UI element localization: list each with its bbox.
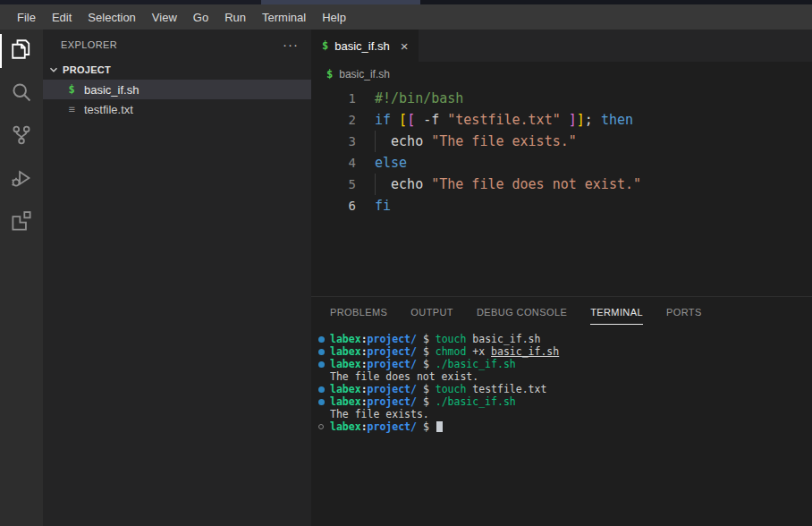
editor-tab-bar: $ basic_if.sh × bbox=[311, 30, 812, 62]
menu-item-edit[interactable]: Edit bbox=[44, 11, 80, 24]
top-edge-strip bbox=[0, 0, 812, 4]
sidebar-title: EXPLORER bbox=[61, 39, 117, 50]
command-marker-icon bbox=[318, 336, 330, 343]
code-text: echo "The file does not exist." bbox=[356, 176, 641, 192]
menu-item-go[interactable]: Go bbox=[185, 11, 216, 24]
close-icon[interactable]: × bbox=[401, 38, 409, 54]
source-control-icon bbox=[11, 124, 32, 149]
code-text: if [[ -f "testfile.txt" ]]; then bbox=[356, 112, 633, 128]
command-marker-icon bbox=[318, 361, 330, 368]
sidebar-header: EXPLORER ··· bbox=[43, 30, 311, 60]
breadcrumb-label: basic_if.sh bbox=[339, 68, 390, 81]
indent-guide bbox=[375, 174, 376, 195]
tab-label: basic_if.sh bbox=[334, 39, 389, 53]
code-line-6: 6fi bbox=[311, 195, 812, 216]
menu-item-run[interactable]: Run bbox=[216, 11, 254, 24]
terminal-line: labex:project/ $ ./basic_if.sh bbox=[318, 358, 812, 370]
breadcrumb[interactable]: $ basic_if.sh bbox=[311, 62, 812, 86]
code-line-4: 4else bbox=[311, 152, 812, 174]
line-number: 4 bbox=[311, 156, 356, 170]
file-item-basic-if-sh[interactable]: $basic_if.sh bbox=[43, 80, 311, 99]
file-list: $basic_if.sh≡testfile.txt bbox=[43, 80, 311, 119]
line-number: 3 bbox=[311, 134, 356, 148]
command-marker-icon bbox=[318, 349, 330, 355]
code-editor[interactable]: 1#!/bin/bash2if [[ -f "testfile.txt" ]];… bbox=[311, 86, 812, 296]
panel-tab-problems[interactable]: PROBLEMS bbox=[330, 307, 387, 325]
terminal[interactable]: labex:project/ $ touch basic_if.shlabex:… bbox=[311, 325, 812, 526]
activity-bar bbox=[0, 30, 43, 526]
activity-item-extensions[interactable] bbox=[0, 201, 43, 244]
menu-bar: FileEditSelectionViewGoRunTerminalHelp bbox=[0, 4, 812, 30]
activity-item-run-and-debug[interactable] bbox=[0, 158, 43, 201]
bottom-panel: PROBLEMSOUTPUTDEBUG CONSOLETERMINALPORTS… bbox=[311, 296, 812, 526]
activity-item-search[interactable] bbox=[0, 72, 43, 115]
line-number: 5 bbox=[311, 177, 356, 191]
file-item-testfile-txt[interactable]: ≡testfile.txt bbox=[43, 99, 311, 119]
files-icon bbox=[11, 38, 32, 64]
code-text: #!/bin/bash bbox=[356, 90, 463, 106]
code-line-5: 5 echo "The file does not exist." bbox=[311, 174, 812, 195]
search-icon bbox=[11, 81, 32, 106]
code-line-3: 3 echo "The file exists." bbox=[311, 131, 812, 152]
chevron-down-icon bbox=[47, 63, 61, 77]
workbench: EXPLORER ··· PROJECT $basic_if.sh≡testfi… bbox=[0, 30, 812, 526]
file-name: testfile.txt bbox=[84, 103, 133, 116]
file-name: basic_if.sh bbox=[84, 83, 139, 97]
menu-item-file[interactable]: File bbox=[9, 11, 44, 24]
code-text: else bbox=[356, 155, 407, 171]
code-line-1: 1#!/bin/bash bbox=[311, 88, 812, 109]
terminal-line: The file exists. bbox=[318, 408, 812, 420]
terminal-line: labex:project/ $ bbox=[318, 420, 812, 433]
top-edge-right bbox=[420, 0, 812, 4]
terminal-line: labex:project/ $ touch testfile.txt bbox=[318, 383, 812, 395]
code-text: fi bbox=[356, 198, 391, 214]
shell-icon: $ bbox=[64, 83, 79, 96]
editor-group: $ basic_if.sh × $ basic_if.sh 1#!/bin/ba… bbox=[311, 30, 812, 526]
activity-item-source-control[interactable] bbox=[0, 115, 43, 158]
menu-item-view[interactable]: View bbox=[144, 11, 185, 24]
menu-item-terminal[interactable]: Terminal bbox=[254, 11, 314, 24]
terminal-line: The file does not exist. bbox=[318, 370, 812, 383]
extensions-icon bbox=[11, 210, 32, 235]
code-line-2: 2if [[ -f "testfile.txt" ]]; then bbox=[311, 109, 812, 131]
top-edge-segment bbox=[261, 0, 420, 4]
indent-guide bbox=[375, 131, 376, 152]
line-number: 1 bbox=[311, 91, 356, 106]
tab-basic-if-sh[interactable]: $ basic_if.sh × bbox=[311, 30, 419, 62]
panel-tab-terminal[interactable]: TERMINAL bbox=[590, 307, 643, 325]
line-number: 2 bbox=[311, 113, 356, 127]
vscode-window: FileEditSelectionViewGoRunTerminalHelp E… bbox=[0, 0, 812, 526]
command-marker-icon bbox=[318, 424, 330, 429]
project-section-header[interactable]: PROJECT bbox=[43, 60, 311, 80]
panel-tab-bar: PROBLEMSOUTPUTDEBUG CONSOLETERMINALPORTS bbox=[311, 297, 812, 325]
activity-item-explorer[interactable] bbox=[0, 30, 43, 72]
terminal-line: labex:project/ $ chmod +x basic_if.sh bbox=[318, 345, 812, 358]
command-marker-icon bbox=[318, 399, 330, 405]
panel-tab-debug-console[interactable]: DEBUG CONSOLE bbox=[477, 307, 567, 325]
line-number: 6 bbox=[311, 199, 356, 213]
shell-file-icon: $ bbox=[322, 39, 328, 52]
text-file-icon: ≡ bbox=[64, 103, 79, 115]
command-marker-icon bbox=[318, 386, 330, 393]
terminal-line: labex:project/ $ ./basic_if.sh bbox=[318, 395, 812, 408]
panel-tab-ports[interactable]: PORTS bbox=[666, 307, 702, 325]
shell-file-icon: $ bbox=[326, 68, 333, 81]
more-actions-icon[interactable]: ··· bbox=[283, 40, 299, 49]
menu-item-help[interactable]: Help bbox=[314, 11, 354, 24]
run-debug-icon bbox=[11, 167, 32, 192]
explorer-sidebar: EXPLORER ··· PROJECT $basic_if.sh≡testfi… bbox=[43, 30, 311, 526]
project-section-label: PROJECT bbox=[63, 64, 111, 75]
terminal-cursor bbox=[436, 421, 443, 432]
panel-tab-output[interactable]: OUTPUT bbox=[410, 307, 453, 325]
code-text: echo "The file exists." bbox=[356, 133, 577, 149]
menu-item-selection[interactable]: Selection bbox=[80, 11, 143, 24]
terminal-line: labex:project/ $ touch basic_if.sh bbox=[318, 333, 812, 345]
